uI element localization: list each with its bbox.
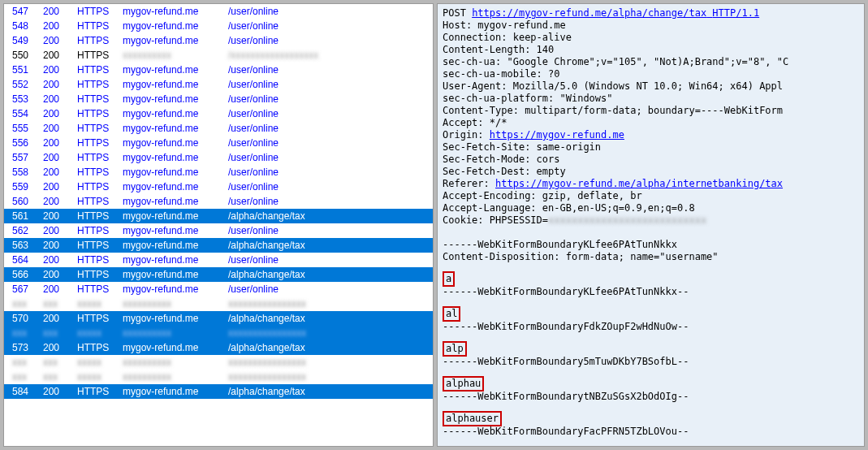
referer-header: Referer: https://mygov-refund.me/alpha/i…	[443, 178, 859, 190]
referer-link[interactable]: https://mygov-refund.me/alpha/internetba…	[495, 178, 783, 189]
cell-status: 200	[38, 165, 72, 180]
cell-path: /user/online	[223, 106, 433, 121]
cell-id: 559	[4, 180, 38, 194]
cell-path: /user/online	[223, 121, 433, 136]
sessions-table[interactable]: 547200HTTPSmygov-refund.me/user/online54…	[4, 4, 433, 399]
cell-proto: HTTPS	[72, 311, 118, 326]
form-value-boxed: al	[443, 306, 460, 322]
session-row[interactable]: 584200HTTPSmygov-refund.me/alpha/change/…	[4, 384, 433, 399]
session-row[interactable]: xxxxxxxxxxxxxxxxxxxxxxxxxxxxxxxxxxxxx	[4, 370, 433, 384]
cell-status: 200	[38, 180, 72, 194]
cell-status: 200	[38, 19, 72, 33]
cell-proto: HTTPS	[72, 238, 118, 253]
cell-status: xxx	[38, 296, 72, 311]
cell-id: 557	[4, 150, 38, 165]
cell-host: mygov-refund.me	[118, 282, 223, 296]
cell-host: mygov-refund.me	[118, 165, 223, 180]
session-row[interactable]: 566200HTTPSmygov-refund.me/alpha/change/…	[4, 267, 433, 282]
cell-id: 584	[4, 384, 38, 399]
cell-status: 200	[38, 384, 72, 399]
session-row[interactable]: 553200HTTPSmygov-refund.me/user/online	[4, 92, 433, 106]
http-header: Accept: */*	[443, 117, 859, 129]
session-row[interactable]: xxxxxxxxxxxxxxxxxxxxxxxxxxxxxxxxxxxxx	[4, 355, 433, 370]
session-row[interactable]: 558200HTTPSmygov-refund.me/user/online	[4, 165, 433, 180]
session-row[interactable]: xxxxxxxxxxxxxxxxxxxxxxxxxxxxxxxxxxxxx	[4, 296, 433, 311]
session-row[interactable]: 570200HTTPSmygov-refund.me/alpha/change/…	[4, 311, 433, 326]
cell-host: mygov-refund.me	[118, 150, 223, 165]
session-row[interactable]: 561200HTTPSmygov-refund.me/alpha/change/…	[4, 209, 433, 223]
session-row[interactable]: 552200HTTPSmygov-refund.me/user/online	[4, 77, 433, 92]
http-header: Sec-Fetch-Site: same-origin	[443, 141, 859, 154]
cell-path: xxxxxxxxxxxxxxxx	[223, 296, 433, 311]
session-row[interactable]: 556200HTTPSmygov-refund.me/user/online	[4, 136, 433, 150]
cell-host: mygov-refund.me	[118, 340, 223, 355]
session-row[interactable]: 551200HTTPSmygov-refund.me/user/online	[4, 63, 433, 77]
session-row[interactable]: 554200HTTPSmygov-refund.me/user/online	[4, 106, 433, 121]
cell-host: mygov-refund.me	[118, 4, 223, 19]
cell-path: /user/online	[223, 136, 433, 150]
cell-path: /alpha/change/tax	[223, 340, 433, 355]
cell-id: 573	[4, 340, 38, 355]
session-row[interactable]: 547200HTTPSmygov-refund.me/user/online	[4, 4, 433, 19]
cell-proto: HTTPS	[72, 340, 118, 355]
session-row[interactable]: 559200HTTPSmygov-refund.me/user/online	[4, 180, 433, 194]
cell-status: 200	[38, 150, 72, 165]
cell-proto: HTTPS	[72, 106, 118, 121]
origin-link[interactable]: https://mygov-refund.me	[490, 129, 624, 141]
cell-path: /xxxxxxxxxxxxxxxxxx	[223, 48, 433, 63]
cell-proto: HTTPS	[72, 223, 118, 238]
http-header: Accept-Language: en-GB,en-US;q=0.9,en;q=…	[443, 202, 859, 214]
session-row[interactable]: 560200HTTPSmygov-refund.me/user/online	[4, 194, 433, 209]
request-inspector[interactable]: POST https://mygov-refund.me/alpha/chang…	[437, 3, 865, 447]
cell-proto: xxxxx	[72, 355, 118, 370]
session-row[interactable]: 548200HTTPSmygov-refund.me/user/online	[4, 19, 433, 33]
form-boundary: ------WebKitFormBoundaryKLfee6PAtTunNkkx	[443, 239, 859, 251]
cell-host: mygov-refund.me	[118, 267, 223, 282]
cell-host: mygov-refund.me	[118, 63, 223, 77]
cell-proto: HTTPS	[72, 253, 118, 267]
request-url-link[interactable]: https://mygov-refund.me/alpha/change/tax…	[472, 7, 759, 19]
session-row[interactable]: 563200HTTPSmygov-refund.me/alpha/change/…	[4, 238, 433, 253]
cell-host: xxxxxxxxxx	[118, 370, 223, 384]
app-container: 547200HTTPSmygov-refund.me/user/online54…	[3, 3, 865, 447]
session-row[interactable]: 555200HTTPSmygov-refund.me/user/online	[4, 121, 433, 136]
cell-path: /user/online	[223, 92, 433, 106]
session-row[interactable]: 567200HTTPSmygov-refund.me/user/online	[4, 282, 433, 296]
cell-id: 567	[4, 282, 38, 296]
http-header: Sec-Fetch-Mode: cors	[443, 154, 859, 166]
session-row[interactable]: xxxxxxxxxxxxxxxxxxxxxxxxxxxxxxxxxxxxx	[4, 326, 433, 340]
cell-id: 552	[4, 77, 38, 92]
cell-id: 550	[4, 48, 38, 63]
cell-status: 200	[38, 121, 72, 136]
cell-id: 570	[4, 311, 38, 326]
cell-path: /user/online	[223, 194, 433, 209]
cell-id: 560	[4, 194, 38, 209]
cell-host: xxxxxxxxxx	[118, 326, 223, 340]
http-header: User-Agent: Mozilla/5.0 (Windows NT 10.0…	[443, 80, 859, 93]
session-row[interactable]: 562200HTTPSmygov-refund.me/user/online	[4, 223, 433, 238]
session-row[interactable]: 549200HTTPSmygov-refund.me/user/online	[4, 33, 433, 48]
form-boundary-trailer: ------WebKitFormBoundary5mTuwDKbY7BSofbL…	[443, 356, 859, 368]
session-row[interactable]: 564200HTTPSmygov-refund.me/user/online	[4, 253, 433, 267]
sessions-panel[interactable]: 547200HTTPSmygov-refund.me/user/online54…	[3, 3, 434, 447]
cell-path: /user/online	[223, 63, 433, 77]
cell-id: 553	[4, 92, 38, 106]
http-header: Sec-Fetch-Dest: empty	[443, 166, 859, 178]
session-row[interactable]: 557200HTTPSmygov-refund.me/user/online	[4, 150, 433, 165]
cell-path: /alpha/change/tax	[223, 267, 433, 282]
cell-id: 547	[4, 4, 38, 19]
session-row[interactable]: 550200HTTPSxxxxxxxxxx/xxxxxxxxxxxxxxxxxx	[4, 48, 433, 63]
cell-host: mygov-refund.me	[118, 238, 223, 253]
cell-id: 558	[4, 165, 38, 180]
cell-status: xxx	[38, 326, 72, 340]
cell-status: 200	[38, 48, 72, 63]
cell-status: 200	[38, 340, 72, 355]
content-disposition: Content-Disposition: form-data; name="us…	[443, 251, 859, 263]
cell-status: 200	[38, 194, 72, 209]
cell-status: 200	[38, 209, 72, 223]
session-row[interactable]: 573200HTTPSmygov-refund.me/alpha/change/…	[4, 340, 433, 355]
cell-proto: HTTPS	[72, 77, 118, 92]
http-header: Content-Type: multipart/form-data; bound…	[443, 105, 859, 117]
cell-path: /user/online	[223, 282, 433, 296]
cell-host: mygov-refund.me	[118, 311, 223, 326]
